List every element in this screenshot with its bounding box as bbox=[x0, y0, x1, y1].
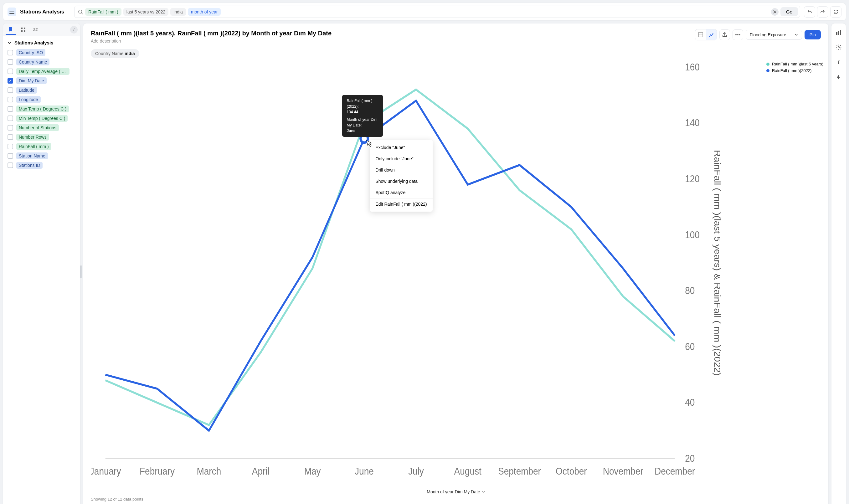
chevron-down-icon bbox=[482, 491, 485, 493]
svg-text:May: May bbox=[304, 466, 321, 476]
field-item[interactable]: Station Name bbox=[7, 152, 76, 159]
field-item[interactable]: Min Temp ( Degrees C ) bbox=[7, 115, 76, 122]
field-checkbox[interactable]: ✓ bbox=[7, 78, 13, 84]
legend-item[interactable]: RainFall ( mm )(last 5 years) bbox=[766, 62, 823, 66]
menu-item-edit-measure[interactable]: Edit RainFall ( mm )(2022) bbox=[370, 198, 432, 210]
svg-text:A: A bbox=[33, 28, 36, 32]
chart-legend: RainFall ( mm )(last 5 years) RainFall (… bbox=[766, 62, 823, 75]
settings-button[interactable] bbox=[834, 42, 844, 52]
undo-button[interactable] bbox=[804, 6, 815, 18]
sort-tab[interactable]: AZ bbox=[31, 25, 41, 35]
field-label: Longitude bbox=[16, 96, 41, 103]
grid-tab[interactable] bbox=[18, 25, 28, 35]
menu-item-exclude[interactable]: Exclude "June" bbox=[370, 142, 432, 153]
go-button[interactable]: Go bbox=[780, 7, 798, 16]
field-checkbox[interactable] bbox=[7, 144, 13, 149]
chart-description[interactable]: Add description bbox=[91, 38, 331, 43]
share-button[interactable] bbox=[719, 30, 730, 40]
svg-rect-1 bbox=[21, 28, 22, 29]
svg-text:April: April bbox=[252, 466, 270, 476]
svg-text:Z: Z bbox=[36, 28, 38, 32]
field-item[interactable]: Latitude bbox=[7, 87, 76, 94]
clear-search-button[interactable] bbox=[771, 8, 779, 16]
search-token[interactable]: last 5 years vs 2022 bbox=[123, 8, 169, 16]
field-checkbox[interactable] bbox=[7, 153, 13, 159]
pin-button[interactable]: Pin bbox=[805, 30, 821, 39]
chart-view-button[interactable] bbox=[706, 30, 717, 40]
field-checkbox[interactable] bbox=[7, 134, 13, 140]
spotiq-button[interactable] bbox=[834, 72, 844, 82]
liveboard-selector[interactable]: Flooding Exposure Liv... bbox=[746, 30, 802, 40]
field-label: Country Name bbox=[16, 58, 50, 66]
field-item[interactable]: Number of Stations bbox=[7, 124, 76, 131]
field-item[interactable]: Max Temp ( Degrees C ) bbox=[7, 106, 76, 112]
explore-button[interactable] bbox=[834, 27, 844, 37]
right-rail: i bbox=[831, 23, 846, 504]
chart-title[interactable]: RainFall ( mm )(last 5 years), RainFall … bbox=[91, 29, 331, 37]
undo-icon bbox=[807, 10, 812, 14]
search-token[interactable]: india bbox=[170, 8, 186, 16]
redo-icon bbox=[820, 10, 825, 14]
field-item[interactable]: Country ISO bbox=[7, 49, 76, 56]
field-item[interactable]: Country Name bbox=[7, 58, 76, 66]
field-item[interactable]: RainFall ( mm ) bbox=[7, 143, 76, 150]
svg-text:80: 80 bbox=[685, 285, 695, 296]
menu-item-underlying-data[interactable]: Show underlying data bbox=[370, 176, 432, 187]
field-checkbox[interactable] bbox=[7, 69, 13, 74]
svg-rect-4 bbox=[24, 30, 25, 32]
svg-text:160: 160 bbox=[685, 62, 700, 72]
field-checkbox[interactable] bbox=[7, 115, 13, 121]
svg-text:January: January bbox=[91, 466, 121, 476]
field-label: Number Rows bbox=[16, 134, 49, 141]
field-item[interactable]: Number Rows bbox=[7, 134, 76, 141]
menu-button[interactable] bbox=[7, 7, 16, 16]
field-checkbox[interactable] bbox=[7, 125, 13, 130]
field-checkbox[interactable] bbox=[7, 106, 13, 112]
info-panel-button[interactable]: i bbox=[834, 57, 844, 67]
svg-point-37 bbox=[838, 47, 839, 48]
svg-rect-35 bbox=[838, 31, 839, 35]
context-menu: Exclude "June" Only include "June" Drill… bbox=[370, 140, 432, 212]
field-label: Latitude bbox=[16, 87, 37, 94]
field-checkbox[interactable] bbox=[7, 162, 13, 168]
data-count-label: Showing 12 of 12 data points bbox=[91, 497, 821, 502]
field-item[interactable]: Stations ID bbox=[7, 162, 76, 169]
info-button[interactable]: i bbox=[70, 26, 78, 34]
svg-text:July: July bbox=[408, 466, 424, 476]
legend-item[interactable]: RainFall ( mm )(2022) bbox=[766, 68, 823, 73]
field-item[interactable]: Longitude bbox=[7, 96, 76, 103]
chevron-down-icon bbox=[795, 34, 798, 36]
table-view-button[interactable] bbox=[695, 30, 706, 40]
field-checkbox[interactable] bbox=[7, 59, 13, 65]
svg-text:August: August bbox=[454, 466, 482, 476]
field-label: Number of Stations bbox=[16, 124, 59, 131]
search-token[interactable]: month of year bbox=[188, 8, 221, 16]
lightning-icon bbox=[836, 74, 841, 80]
search-token[interactable]: RainFall ( mm ) bbox=[85, 8, 122, 16]
bookmark-icon bbox=[8, 27, 13, 32]
svg-text:September: September bbox=[498, 466, 541, 476]
collapse-toggle[interactable] bbox=[7, 41, 11, 45]
menu-item-drill-down[interactable]: Drill down bbox=[370, 164, 432, 176]
gear-icon bbox=[836, 44, 842, 50]
field-checkbox[interactable] bbox=[7, 50, 13, 55]
search-icon bbox=[78, 9, 83, 15]
resize-handle[interactable] bbox=[80, 266, 82, 278]
filter-chip[interactable]: Country Name india bbox=[91, 49, 139, 58]
refresh-icon bbox=[833, 10, 838, 14]
app-title: Stations Analysis bbox=[20, 9, 64, 15]
field-item[interactable]: Daily Temp Average ( Degr... bbox=[7, 68, 76, 75]
field-label: Min Temp ( Degrees C ) bbox=[16, 115, 68, 122]
left-panel: AZ i Stations Analysis Country ISOCountr… bbox=[3, 23, 80, 504]
line-chart[interactable]: 20406080100120140160RainFall ( mm )(last… bbox=[91, 59, 821, 490]
reset-button[interactable] bbox=[830, 6, 842, 18]
menu-item-spotiq[interactable]: SpotIQ analyze bbox=[370, 187, 432, 198]
field-item[interactable]: ✓Dim My Date bbox=[7, 77, 76, 84]
field-checkbox[interactable] bbox=[7, 87, 13, 93]
field-checkbox[interactable] bbox=[7, 97, 13, 102]
menu-item-only-include[interactable]: Only include "June" bbox=[370, 153, 432, 164]
more-actions-button[interactable] bbox=[733, 30, 743, 40]
redo-button[interactable] bbox=[817, 6, 828, 18]
search-bar[interactable]: RainFall ( mm ) last 5 years vs 2022 ind… bbox=[74, 6, 800, 18]
data-sources-tab[interactable] bbox=[6, 25, 16, 35]
